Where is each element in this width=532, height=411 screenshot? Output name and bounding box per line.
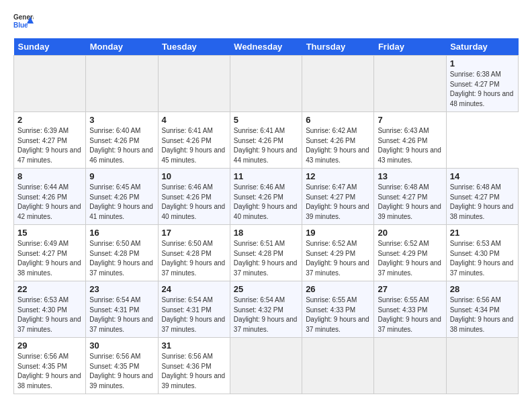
day-number: 13 [378, 171, 442, 181]
calendar-cell: 14Sunrise: 6:48 AMSunset: 4:27 PMDayligh… [446, 169, 518, 225]
calendar-cell: 4Sunrise: 6:41 AMSunset: 4:26 PMDaylight… [158, 112, 230, 169]
day-number: 6 [306, 115, 370, 125]
weekday-header: Wednesday [230, 38, 302, 56]
calendar-cell: 5Sunrise: 6:41 AMSunset: 4:26 PMDaylight… [230, 112, 302, 169]
calendar-cell: 17Sunrise: 6:50 AMSunset: 4:28 PMDayligh… [158, 225, 230, 281]
day-number: 7 [378, 115, 442, 125]
day-number: 18 [234, 228, 298, 238]
day-number: 22 [17, 284, 82, 294]
day-info: Sunrise: 6:52 AMSunset: 4:29 PMDaylight:… [306, 240, 369, 277]
day-number: 16 [89, 228, 154, 238]
day-info: Sunrise: 6:52 AMSunset: 4:29 PMDaylight:… [378, 240, 441, 277]
empty-cell [374, 56, 446, 112]
day-info: Sunrise: 6:48 AMSunset: 4:27 PMDaylight:… [378, 183, 441, 220]
day-number: 25 [234, 284, 298, 294]
svg-text:Blue: Blue [13, 21, 28, 29]
day-number: 30 [89, 340, 154, 351]
calendar-cell: 20Sunrise: 6:52 AMSunset: 4:29 PMDayligh… [374, 225, 446, 281]
day-info: Sunrise: 6:54 AMSunset: 4:32 PMDaylight:… [234, 296, 298, 333]
day-number: 4 [162, 115, 226, 125]
weekday-header: Saturday [446, 38, 518, 56]
day-info: Sunrise: 6:54 AMSunset: 4:31 PMDaylight:… [89, 296, 153, 333]
day-info: Sunrise: 6:39 AMSunset: 4:27 PMDaylight:… [17, 127, 81, 164]
day-info: Sunrise: 6:50 AMSunset: 4:28 PMDaylight:… [89, 240, 153, 277]
day-number: 15 [17, 228, 82, 238]
calendar-cell [230, 338, 302, 394]
logo-svg: General Blue [13, 10, 34, 33]
calendar-cell: 1Sunrise: 6:38 AMSunset: 4:27 PMDaylight… [446, 56, 518, 112]
day-number: 8 [17, 171, 82, 181]
calendar-container: General Blue SundayMondayTuesdayWednesda… [0, 0, 532, 401]
calendar-cell: 2Sunrise: 6:39 AMSunset: 4:27 PMDaylight… [14, 112, 86, 169]
day-info: Sunrise: 6:56 AMSunset: 4:36 PMDaylight:… [162, 353, 226, 390]
day-number: 31 [162, 340, 226, 351]
calendar-cell [374, 338, 446, 394]
day-info: Sunrise: 6:55 AMSunset: 4:33 PMDaylight:… [306, 296, 369, 333]
calendar-week-row: 29Sunrise: 6:56 AMSunset: 4:35 PMDayligh… [14, 338, 519, 394]
day-info: Sunrise: 6:49 AMSunset: 4:27 PMDaylight:… [17, 240, 81, 277]
day-number: 19 [306, 228, 370, 238]
calendar-cell: 16Sunrise: 6:50 AMSunset: 4:28 PMDayligh… [86, 225, 158, 281]
calendar-cell [302, 338, 374, 394]
day-number: 12 [306, 171, 370, 181]
day-info: Sunrise: 6:45 AMSunset: 4:26 PMDaylight:… [89, 183, 153, 220]
day-number: 3 [89, 115, 154, 125]
day-info: Sunrise: 6:50 AMSunset: 4:28 PMDaylight:… [162, 240, 226, 277]
day-info: Sunrise: 6:40 AMSunset: 4:26 PMDaylight:… [89, 127, 153, 164]
calendar-cell: 30Sunrise: 6:56 AMSunset: 4:35 PMDayligh… [86, 338, 158, 394]
calendar-cell: 19Sunrise: 6:52 AMSunset: 4:29 PMDayligh… [302, 225, 374, 281]
calendar-cell: 15Sunrise: 6:49 AMSunset: 4:27 PMDayligh… [14, 225, 86, 281]
day-number: 27 [378, 284, 442, 294]
calendar-table: SundayMondayTuesdayWednesdayThursdayFrid… [13, 38, 519, 394]
calendar-cell: 24Sunrise: 6:54 AMSunset: 4:31 PMDayligh… [158, 281, 230, 338]
weekday-header: Monday [86, 38, 158, 56]
day-number: 11 [234, 171, 298, 181]
day-info: Sunrise: 6:56 AMSunset: 4:34 PMDaylight:… [450, 296, 514, 333]
logo: General Blue [13, 10, 34, 33]
empty-cell [230, 56, 302, 112]
calendar-cell: 21Sunrise: 6:53 AMSunset: 4:30 PMDayligh… [446, 225, 518, 281]
calendar-cell: 23Sunrise: 6:54 AMSunset: 4:31 PMDayligh… [86, 281, 158, 338]
day-info: Sunrise: 6:53 AMSunset: 4:30 PMDaylight:… [17, 296, 81, 333]
calendar-cell: 12Sunrise: 6:47 AMSunset: 4:27 PMDayligh… [302, 169, 374, 225]
day-info: Sunrise: 6:44 AMSunset: 4:26 PMDaylight:… [17, 183, 81, 220]
calendar-week-row: 8Sunrise: 6:44 AMSunset: 4:26 PMDaylight… [14, 169, 519, 225]
calendar-cell: 6Sunrise: 6:42 AMSunset: 4:26 PMDaylight… [302, 112, 374, 169]
day-number: 9 [89, 171, 154, 181]
empty-cell [158, 56, 230, 112]
day-number: 21 [450, 228, 515, 238]
weekday-header: Thursday [302, 38, 374, 56]
calendar-cell: 25Sunrise: 6:54 AMSunset: 4:32 PMDayligh… [230, 281, 302, 338]
calendar-cell: 11Sunrise: 6:46 AMSunset: 4:26 PMDayligh… [230, 169, 302, 225]
day-number: 26 [306, 284, 370, 294]
day-number: 5 [234, 115, 298, 125]
empty-cell [14, 56, 86, 112]
day-number: 28 [450, 284, 515, 294]
day-info: Sunrise: 6:55 AMSunset: 4:33 PMDaylight:… [378, 296, 441, 333]
day-info: Sunrise: 6:46 AMSunset: 4:26 PMDaylight:… [162, 183, 226, 220]
calendar-cell: 22Sunrise: 6:53 AMSunset: 4:30 PMDayligh… [14, 281, 86, 338]
day-info: Sunrise: 6:56 AMSunset: 4:35 PMDaylight:… [89, 353, 153, 390]
empty-cell [302, 56, 374, 112]
calendar-week-row: 22Sunrise: 6:53 AMSunset: 4:30 PMDayligh… [14, 281, 519, 338]
day-number: 24 [162, 284, 226, 294]
empty-cell [86, 56, 158, 112]
calendar-cell: 9Sunrise: 6:45 AMSunset: 4:26 PMDaylight… [86, 169, 158, 225]
calendar-week-row: 1Sunrise: 6:38 AMSunset: 4:27 PMDaylight… [14, 56, 519, 112]
weekday-header: Friday [374, 38, 446, 56]
day-info: Sunrise: 6:48 AMSunset: 4:27 PMDaylight:… [450, 183, 514, 220]
calendar-week-row: 2Sunrise: 6:39 AMSunset: 4:27 PMDaylight… [14, 112, 519, 169]
calendar-cell: 3Sunrise: 6:40 AMSunset: 4:26 PMDaylight… [86, 112, 158, 169]
calendar-cell: 13Sunrise: 6:48 AMSunset: 4:27 PMDayligh… [374, 169, 446, 225]
day-info: Sunrise: 6:56 AMSunset: 4:35 PMDaylight:… [17, 353, 81, 390]
calendar-cell: 18Sunrise: 6:51 AMSunset: 4:28 PMDayligh… [230, 225, 302, 281]
calendar-cell: 29Sunrise: 6:56 AMSunset: 4:35 PMDayligh… [14, 338, 86, 394]
calendar-cell: 26Sunrise: 6:55 AMSunset: 4:33 PMDayligh… [302, 281, 374, 338]
weekday-header: Tuesday [158, 38, 230, 56]
calendar-cell: 7Sunrise: 6:43 AMSunset: 4:26 PMDaylight… [374, 112, 446, 169]
day-info: Sunrise: 6:42 AMSunset: 4:26 PMDaylight:… [306, 127, 369, 164]
header: General Blue [13, 10, 519, 33]
day-info: Sunrise: 6:53 AMSunset: 4:30 PMDaylight:… [450, 240, 514, 277]
calendar-cell [446, 338, 518, 394]
day-info: Sunrise: 6:46 AMSunset: 4:26 PMDaylight:… [234, 183, 298, 220]
